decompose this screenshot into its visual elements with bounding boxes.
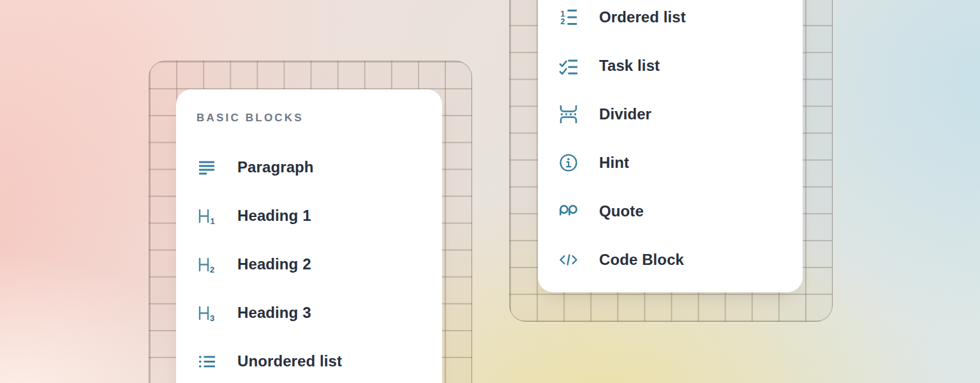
menu-item-label: Code Block: [599, 251, 684, 269]
menu-item-label: Heading 2: [237, 255, 311, 273]
svg-text:3: 3: [210, 313, 214, 323]
heading-2-icon: 2: [197, 254, 217, 274]
menu-item-code-block[interactable]: Code Block: [558, 236, 782, 284]
paragraph-icon: [197, 157, 217, 177]
quote-icon: [558, 201, 579, 222]
section-header: BASIC BLOCKS: [197, 111, 422, 125]
heading-1-icon: 1: [197, 206, 217, 226]
menu-item-label: Unordered list: [237, 352, 342, 370]
menu-item-label: Hint: [599, 154, 629, 172]
menu-item-label: Divider: [599, 105, 651, 123]
task-list-icon: [558, 56, 579, 76]
menu-item-paragraph[interactable]: Paragraph: [197, 143, 422, 192]
menu-item-divider[interactable]: Divider: [558, 90, 782, 139]
menu-item-label: Paragraph: [237, 158, 314, 176]
menu-item-label: Ordered list: [599, 8, 686, 26]
hint-icon: [558, 153, 579, 173]
menu-item-heading-2[interactable]: 2 Heading 2: [197, 240, 422, 289]
menu-item-heading-3[interactable]: 3 Heading 3: [197, 289, 422, 337]
menu-item-label: Heading 3: [237, 304, 311, 322]
background-gradient: BASIC BLOCKS Paragraph 1: [0, 0, 980, 383]
menu-item-hint[interactable]: Hint: [558, 139, 782, 187]
menu-item-ordered-list[interactable]: 1 2 Ordered list: [558, 0, 782, 41]
menu-item-unordered-list[interactable]: Unordered list: [197, 337, 422, 383]
menu-item-task-list[interactable]: Task list: [558, 41, 782, 90]
heading-3-icon: 3: [197, 303, 217, 323]
unordered-list-icon: [197, 351, 217, 372]
divider-icon: [558, 104, 579, 124]
svg-text:2: 2: [561, 17, 565, 26]
menu-item-label: Quote: [599, 202, 644, 220]
block-menu-basic-blocks: BASIC BLOCKS Paragraph 1: [176, 89, 442, 383]
svg-text:1: 1: [211, 216, 215, 226]
menu-item-heading-1[interactable]: 1 Heading 1: [197, 192, 422, 240]
menu-item-label: Task list: [599, 57, 660, 75]
ordered-list-icon: 1 2: [558, 7, 579, 27]
menu-item-label: Heading 1: [237, 207, 311, 225]
svg-text:2: 2: [210, 265, 214, 274]
code-block-icon: [558, 250, 579, 270]
menu-item-quote[interactable]: Quote: [558, 187, 782, 236]
block-menu-more-blocks: 1 2 Ordered list: [538, 0, 803, 292]
